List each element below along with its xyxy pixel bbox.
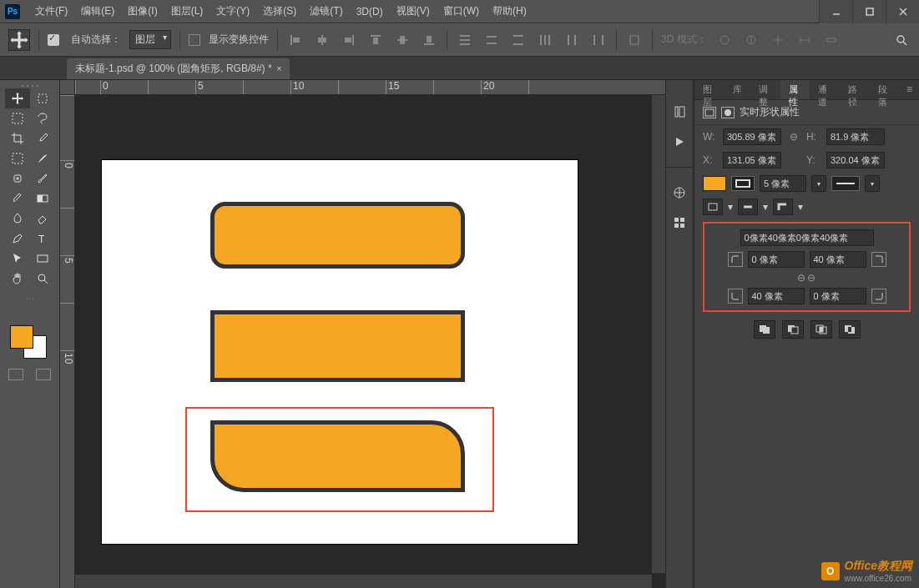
- hand-tool[interactable]: [5, 269, 30, 289]
- menu-window[interactable]: 窗口(W): [437, 4, 486, 18]
- search-icon[interactable]: [892, 31, 911, 49]
- tab-properties[interactable]: 属性: [780, 80, 810, 99]
- tab-adjust[interactable]: 调整: [750, 80, 780, 99]
- stroke-cap-dd[interactable]: ▾: [763, 201, 768, 213]
- subtract-icon[interactable]: [782, 320, 804, 339]
- foreground-swatch[interactable]: [10, 325, 33, 349]
- menu-type[interactable]: 文字(Y): [210, 4, 256, 18]
- move-tool[interactable]: [5, 88, 30, 108]
- tab-channels[interactable]: 通道: [810, 80, 840, 99]
- show-transform-checkbox[interactable]: [189, 34, 200, 46]
- tab-paragraph[interactable]: 段落: [870, 80, 900, 99]
- maximize-button[interactable]: [852, 0, 886, 23]
- canvas-viewport[interactable]: [75, 95, 665, 588]
- menu-image[interactable]: 图像(I): [121, 4, 164, 18]
- width-field[interactable]: 305.89 像素: [723, 128, 781, 145]
- artboard-tool[interactable]: [30, 88, 55, 108]
- stroke-join-dropdown[interactable]: [773, 199, 793, 215]
- lasso-tool[interactable]: [30, 108, 55, 128]
- gradient-tool[interactable]: [30, 188, 55, 209]
- close-button[interactable]: [886, 0, 919, 23]
- type-tool[interactable]: T: [30, 229, 55, 249]
- dist-right-icon[interactable]: [589, 31, 608, 49]
- corner-tr-field[interactable]: 40 像素: [810, 251, 866, 268]
- healing-tool[interactable]: [5, 168, 30, 188]
- height-field[interactable]: 81.9 像素: [826, 128, 885, 145]
- link-corners-icon[interactable]: ⊖⊖: [708, 270, 906, 285]
- shape-rounded-rect-1[interactable]: [210, 202, 465, 269]
- horizontal-scrollbar[interactable]: [75, 575, 652, 588]
- stroke-color-swatch[interactable]: [731, 176, 755, 191]
- corner-tl-field[interactable]: 0 像素: [748, 251, 805, 268]
- actions-panel-icon[interactable]: [671, 133, 688, 150]
- screenmode-icon[interactable]: [36, 369, 51, 380]
- menu-layer[interactable]: 图层(L): [164, 4, 210, 18]
- history-brush-tool[interactable]: [5, 188, 30, 209]
- fill-color-swatch[interactable]: [703, 176, 726, 191]
- dist-hcenter-icon[interactable]: [563, 31, 581, 49]
- auto-select-checkbox[interactable]: [48, 34, 59, 46]
- color-swatches[interactable]: [10, 325, 50, 359]
- rect-marquee-tool[interactable]: [5, 108, 30, 128]
- y-field[interactable]: 320.04 像素: [826, 152, 885, 168]
- align-right-icon[interactable]: [340, 31, 358, 49]
- stroke-style-dropdown[interactable]: [831, 176, 860, 191]
- swatches-panel-icon[interactable]: [671, 214, 688, 231]
- blur-tool[interactable]: [5, 209, 30, 229]
- minimize-button[interactable]: [819, 0, 852, 23]
- corners-summary-field[interactable]: 0像素40像素0像素40像素: [740, 229, 874, 246]
- combine-icon[interactable]: [754, 320, 775, 339]
- dist-left-icon[interactable]: [536, 31, 554, 49]
- x-field[interactable]: 131.05 像素: [723, 152, 781, 168]
- align-top-icon[interactable]: [366, 31, 385, 49]
- horizontal-ruler[interactable]: 0 5 10 15 20: [75, 80, 665, 95]
- stroke-width-dropdown[interactable]: ▾: [811, 175, 826, 192]
- stroke-join-dd[interactable]: ▾: [798, 201, 803, 213]
- ruler-origin[interactable]: [60, 80, 75, 95]
- menu-file[interactable]: 文件(F): [28, 4, 74, 18]
- tab-close-icon[interactable]: ×: [277, 64, 282, 73]
- intersect-icon[interactable]: [810, 320, 832, 339]
- stroke-cap-dropdown[interactable]: [738, 199, 758, 215]
- menu-select[interactable]: 选择(S): [256, 4, 303, 18]
- tab-paths[interactable]: 路径: [840, 80, 870, 99]
- vertical-scrollbar[interactable]: [652, 95, 665, 573]
- navigator-panel-icon[interactable]: [671, 184, 688, 201]
- frame-tool[interactable]: [5, 148, 30, 168]
- rectangle-tool[interactable]: [30, 249, 55, 269]
- crop-tool[interactable]: [5, 128, 30, 148]
- align-left-icon[interactable]: [286, 31, 305, 49]
- panel-menu-icon[interactable]: ≡: [900, 80, 919, 99]
- zoom-tool[interactable]: [30, 269, 55, 289]
- menu-3d[interactable]: 3D(D): [350, 6, 390, 18]
- move-tool-icon[interactable]: [8, 29, 30, 51]
- tab-library[interactable]: 库: [725, 80, 750, 99]
- stroke-align-dd[interactable]: ▾: [728, 201, 733, 213]
- stroke-align-dropdown[interactable]: [703, 199, 723, 215]
- document-tab[interactable]: 未标题-1.psd @ 100% (圆角矩形, RGB/8#) * ×: [67, 58, 290, 79]
- pen-tool[interactable]: [5, 229, 30, 249]
- vertical-ruler[interactable]: 0 5 10: [60, 95, 75, 588]
- brush-tool[interactable]: [30, 148, 55, 168]
- shape-rect-2[interactable]: [210, 310, 465, 382]
- tab-layers[interactable]: 图层: [694, 80, 725, 99]
- menu-help[interactable]: 帮助(H): [486, 4, 533, 18]
- stroke-width-field[interactable]: 5 像素: [760, 175, 806, 192]
- history-panel-icon[interactable]: [671, 103, 688, 120]
- menu-edit[interactable]: 编辑(E): [74, 4, 121, 18]
- align-bottom-icon[interactable]: [420, 31, 438, 49]
- shape-mixed-rect-3[interactable]: [210, 420, 465, 492]
- dist-vcenter-icon[interactable]: [482, 31, 501, 49]
- corner-bl-field[interactable]: 40 像素: [748, 288, 805, 304]
- eraser-tool[interactable]: [30, 209, 55, 229]
- exclude-icon[interactable]: [839, 320, 861, 339]
- menu-view[interactable]: 视图(V): [390, 4, 437, 18]
- auto-select-dropdown[interactable]: 图层: [129, 30, 171, 49]
- align-hcenter-icon[interactable]: [313, 31, 331, 49]
- link-wh-icon[interactable]: ⊖: [786, 131, 801, 143]
- paintbrush-tool[interactable]: [30, 168, 55, 188]
- stroke-style-dd[interactable]: ▾: [865, 175, 880, 192]
- dist-top-icon[interactable]: [456, 31, 474, 49]
- eyedropper-tool[interactable]: [30, 128, 55, 148]
- dist-bottom-icon[interactable]: [509, 31, 528, 49]
